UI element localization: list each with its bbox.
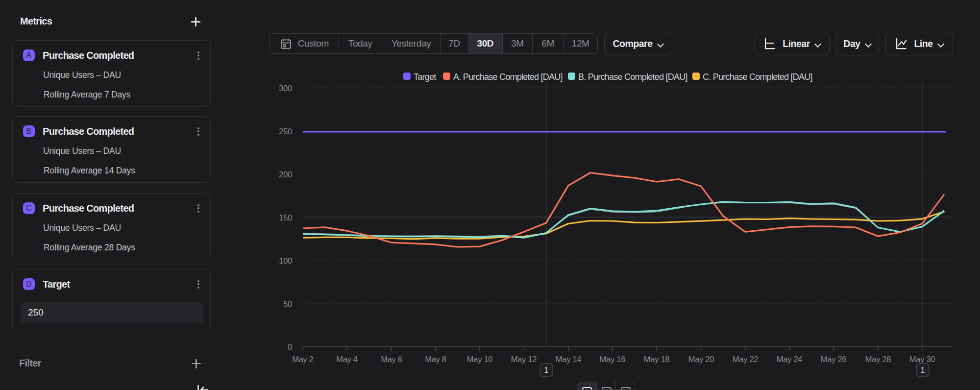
svg-text:0: 0 <box>288 342 292 351</box>
svg-text:1: 1 <box>544 366 548 375</box>
svg-text:May 24: May 24 <box>777 355 802 364</box>
svg-text:150: 150 <box>279 213 292 222</box>
svg-text:May 22: May 22 <box>733 355 758 364</box>
svg-text:May 14: May 14 <box>556 355 581 364</box>
svg-text:May 4: May 4 <box>336 355 358 364</box>
svg-text:May 20: May 20 <box>688 355 714 364</box>
svg-text:300: 300 <box>279 84 292 93</box>
svg-text:May 8: May 8 <box>425 355 446 364</box>
svg-text:May 10: May 10 <box>467 355 492 364</box>
svg-text:May 2: May 2 <box>292 355 314 364</box>
svg-text:100: 100 <box>279 256 292 265</box>
svg-text:May 28: May 28 <box>865 355 891 364</box>
svg-text:May 12: May 12 <box>511 355 537 364</box>
svg-text:May 30: May 30 <box>909 355 935 364</box>
svg-text:May 6: May 6 <box>381 355 402 364</box>
svg-text:250: 250 <box>279 127 292 136</box>
svg-text:200: 200 <box>279 170 292 179</box>
svg-text:1: 1 <box>920 366 925 375</box>
svg-text:May 26: May 26 <box>821 355 846 364</box>
svg-text:May 16: May 16 <box>600 355 625 364</box>
svg-text:May 18: May 18 <box>644 355 669 364</box>
svg-text:50: 50 <box>283 299 292 308</box>
